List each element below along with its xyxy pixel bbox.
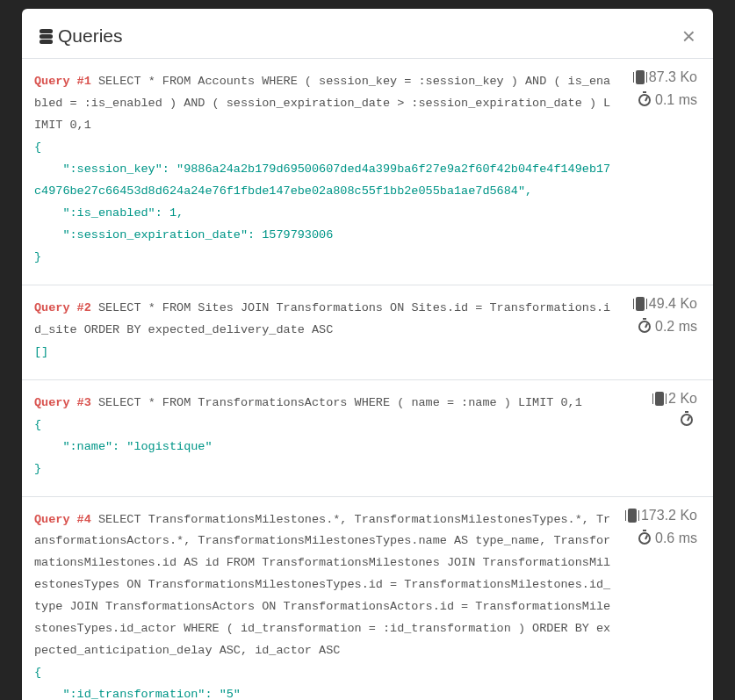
query-block: 2 Ko Query #3 SELECT * FROM Transformati…: [22, 380, 713, 497]
memory-metric: 87.3 Ko: [636, 69, 697, 85]
close-button[interactable]: ×: [682, 25, 695, 47]
query-metrics: 173.2 Ko 0.6 ms: [628, 508, 697, 546]
memory-value: 173.2 Ko: [641, 508, 697, 523]
query-sql: SELECT * FROM Accounts WHERE ( session_k…: [34, 75, 610, 132]
database-icon: [40, 29, 53, 44]
time-value: 0.6 ms: [655, 530, 697, 546]
query-content: Query #2 SELECT * FROM Sites JOIN Transf…: [34, 298, 695, 364]
query-params: { ":name": "logistique" }: [34, 418, 213, 475]
memory-metric: 2 Ko: [655, 391, 697, 407]
query-sql: SELECT TransformationsMilestones.*, Tran…: [34, 513, 610, 658]
query-label: Query #4: [34, 513, 91, 526]
memory-value: 49.4 Ko: [649, 296, 697, 312]
query-metrics: 87.3 Ko 0.1 ms: [636, 69, 697, 108]
time-metric: 0.1 ms: [638, 92, 697, 108]
memory-metric: 49.4 Ko: [636, 296, 697, 312]
query-params: []: [34, 345, 48, 358]
stopwatch-icon: [681, 414, 693, 426]
modal-body: 87.3 Ko 0.1 ms Query #1 SELECT * FROM Ac…: [22, 59, 713, 700]
time-value: 0.2 ms: [655, 319, 697, 335]
memory-icon: [636, 70, 645, 84]
stopwatch-icon: [638, 94, 651, 106]
memory-icon: [655, 392, 664, 406]
memory-value: 87.3 Ko: [649, 69, 697, 85]
time-value: 0.1 ms: [655, 92, 697, 108]
query-content: Query #1 SELECT * FROM Accounts WHERE ( …: [34, 71, 695, 269]
time-metric: 0.6 ms: [638, 530, 697, 546]
query-params: { ":id_transformation": "5": [34, 666, 241, 700]
query-block: 87.3 Ko 0.1 ms Query #1 SELECT * FROM Ac…: [22, 59, 713, 285]
stopwatch-icon: [638, 321, 651, 333]
close-icon: ×: [682, 23, 695, 49]
query-sql: SELECT * FROM TransformationsActors WHER…: [98, 396, 582, 409]
queries-modal: Queries × 87.3 Ko 0.1 ms Query #1 SELECT…: [22, 9, 713, 700]
time-metric: 0.2 ms: [638, 319, 697, 335]
query-sql: SELECT * FROM Sites JOIN Transformations…: [34, 301, 610, 336]
query-metrics: 2 Ko: [655, 391, 697, 426]
memory-icon: [628, 509, 637, 523]
modal-header: Queries ×: [22, 9, 713, 59]
modal-title: Queries: [40, 25, 123, 47]
query-block: 173.2 Ko 0.6 ms Query #4 SELECT Transfor…: [22, 497, 713, 701]
query-metrics: 49.4 Ko 0.2 ms: [636, 296, 697, 335]
memory-icon: [636, 297, 645, 311]
query-params: { ":session_key": "9886a24a2b179d6950060…: [34, 141, 610, 263]
query-label: Query #1: [34, 75, 91, 88]
query-label: Query #2: [34, 301, 91, 314]
query-block: 49.4 Ko 0.2 ms Query #2 SELECT * FROM Si…: [22, 285, 713, 380]
time-metric: [681, 414, 697, 426]
memory-metric: 173.2 Ko: [628, 508, 697, 523]
query-content: Query #4 SELECT TransformationsMilestone…: [34, 509, 695, 701]
query-content: Query #3 SELECT * FROM TransformationsAc…: [34, 393, 695, 480]
modal-title-text: Queries: [58, 25, 123, 47]
memory-value: 2 Ko: [668, 391, 697, 407]
query-label: Query #3: [34, 396, 91, 409]
stopwatch-icon: [638, 532, 651, 545]
